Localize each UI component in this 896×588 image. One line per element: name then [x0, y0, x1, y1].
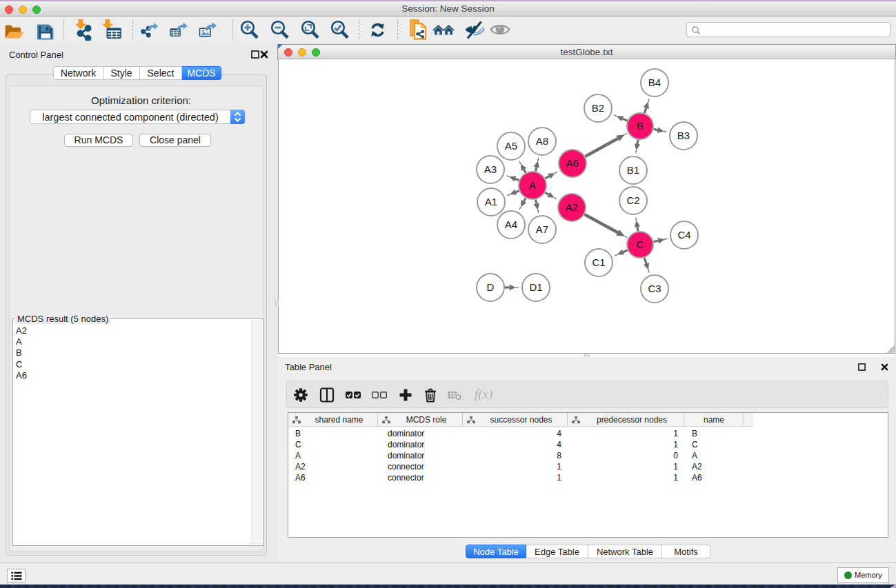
svg-text:D1: D1 — [529, 281, 542, 293]
svg-text:A3: A3 — [484, 163, 497, 175]
svg-text:A2: A2 — [566, 201, 578, 213]
svg-text:A5: A5 — [505, 140, 517, 152]
svg-text:A6: A6 — [566, 157, 579, 169]
svg-text:B4: B4 — [648, 77, 661, 88]
svg-text:C4: C4 — [677, 229, 690, 241]
svg-text:A7: A7 — [536, 223, 548, 235]
svg-text:A4: A4 — [505, 219, 517, 230]
svg-text:C2: C2 — [626, 194, 639, 206]
svg-text:B1: B1 — [627, 164, 639, 176]
svg-text:B3: B3 — [677, 130, 690, 141]
svg-text:A1: A1 — [485, 196, 497, 207]
svg-text:C: C — [637, 239, 644, 250]
svg-text:B2: B2 — [592, 102, 604, 114]
svg-text:C1: C1 — [592, 256, 605, 268]
svg-text:B: B — [637, 120, 644, 132]
svg-text:A8: A8 — [536, 135, 548, 147]
svg-text:D: D — [487, 281, 495, 293]
svg-text:C3: C3 — [648, 283, 661, 294]
svg-text:A: A — [529, 179, 536, 191]
